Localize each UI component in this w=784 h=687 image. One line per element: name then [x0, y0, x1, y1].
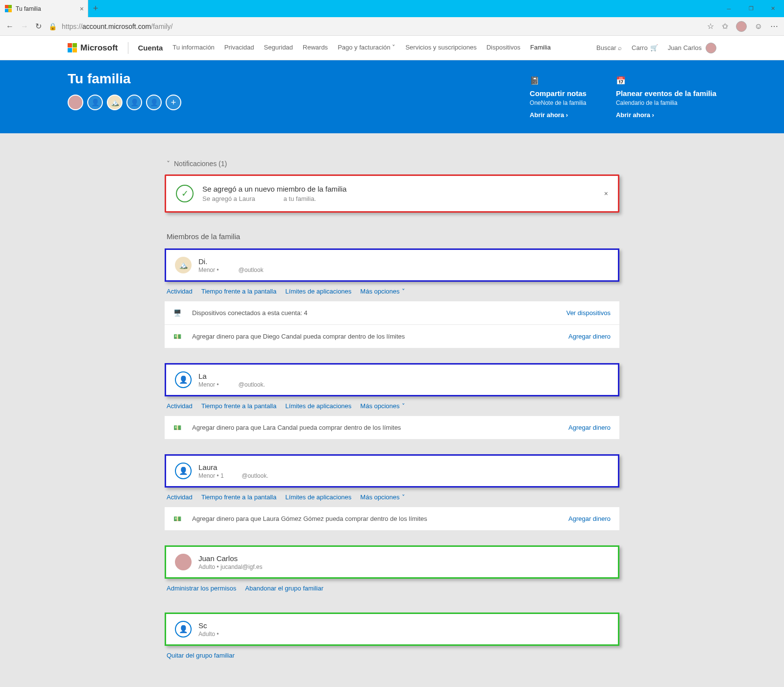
- hero-banner: Tu familia 👤 🏔️ 👤 👤 + 📓 Compartir notas …: [0, 60, 784, 133]
- money-icon: 💵: [173, 333, 183, 340]
- nav-account[interactable]: Cuenta: [138, 44, 163, 52]
- tab-title: Tu familia: [16, 5, 41, 12]
- notification-card: ✓ Se agregó a un nuevo miembro de la fam…: [165, 174, 619, 213]
- more-options-link[interactable]: Más opciones ˅: [360, 288, 405, 295]
- site-topbar: Microsoft Cuenta Tu información Privacid…: [0, 36, 784, 60]
- forward-button[interactable]: →: [21, 22, 28, 31]
- member-header[interactable]: 👤 Sc Adulto •: [165, 613, 619, 646]
- nav-security[interactable]: Seguridad: [264, 44, 293, 52]
- member-avatar[interactable]: 👤: [126, 95, 142, 110]
- screen-time-link[interactable]: Tiempo frente a la pantalla: [201, 288, 276, 295]
- browser-address-bar: ← → ↻ 🔒 https://account.microsoft.com/fa…: [0, 17, 784, 36]
- favorites-bar-icon[interactable]: ✩: [722, 22, 728, 31]
- notifications-toggle[interactable]: ˅ Notificaciones (1): [157, 153, 627, 174]
- screen-time-link[interactable]: Tiempo frente a la pantalla: [201, 402, 276, 410]
- close-window-button[interactable]: ✕: [762, 0, 784, 17]
- refresh-button[interactable]: ↻: [35, 22, 42, 31]
- chevron-down-icon: ˅: [402, 288, 405, 295]
- nav-privacy[interactable]: Privacidad: [224, 44, 254, 52]
- search-icon: ⌕: [618, 44, 622, 51]
- devices-row: 🖥️ Dispositivos conectados a esta cuenta…: [165, 301, 619, 325]
- more-options-link[interactable]: Más opciones ˅: [360, 493, 405, 501]
- nav-services[interactable]: Servicios y suscripciones: [405, 44, 476, 52]
- money-icon: 💵: [173, 424, 183, 431]
- add-member-row: + Agregar a un miembro de la familia: [157, 680, 627, 687]
- microsoft-logo[interactable]: Microsoft: [68, 43, 118, 53]
- nav-billing[interactable]: Pago y facturación ˅: [338, 44, 395, 52]
- add-money-link[interactable]: Agregar dinero: [568, 424, 611, 431]
- back-button[interactable]: ←: [6, 22, 14, 31]
- new-tab-button[interactable]: +: [88, 0, 103, 17]
- member-avatar-icon: 👤: [175, 621, 192, 638]
- member-header[interactable]: Juan Carlos Adulto • jucandal@igf.es: [165, 545, 619, 579]
- nav-family[interactable]: Familia: [530, 44, 551, 52]
- more-icon[interactable]: ⋯: [770, 22, 778, 31]
- close-notification-button[interactable]: ×: [604, 190, 608, 197]
- browser-tab[interactable]: Tu familia ×: [0, 0, 88, 17]
- manage-permissions-link[interactable]: Administrar los permisos: [167, 585, 236, 592]
- remove-from-group-link[interactable]: Quitar del grupo familiar: [167, 652, 235, 659]
- chevron-down-icon: ˅: [392, 44, 395, 51]
- cart-icon: 🛒: [650, 44, 658, 51]
- activity-link[interactable]: Actividad: [167, 493, 193, 501]
- member-card: 🏔️ Di. Menor • @outlook Actividad Tiempo…: [165, 248, 619, 348]
- activity-link[interactable]: Actividad: [167, 402, 193, 410]
- view-devices-link[interactable]: Ver dispositivos: [566, 309, 611, 317]
- members-heading: Miembros de la familia: [157, 232, 627, 248]
- close-tab-icon[interactable]: ×: [80, 5, 84, 13]
- feedback-icon[interactable]: ☺: [755, 22, 762, 31]
- add-money-link[interactable]: Agregar dinero: [568, 333, 611, 340]
- url-field[interactable]: 🔒 https://account.microsoft.com/family/: [49, 23, 700, 30]
- member-card: 👤 Laura Menor • 1 @outlook. Actividad Ti…: [165, 454, 619, 531]
- open-calendar-link[interactable]: Abrir ahora ›: [616, 111, 716, 119]
- maximize-button[interactable]: ❐: [740, 0, 762, 17]
- app-limits-link[interactable]: Límites de aplicaciones: [285, 288, 351, 295]
- search-button[interactable]: Buscar ⌕: [596, 44, 622, 51]
- money-row: 💵 Agregar dinero para que Diego Candal p…: [165, 325, 619, 348]
- lock-icon: 🔒: [49, 23, 57, 30]
- nav-devices[interactable]: Dispositivos: [487, 44, 520, 52]
- page-title: Tu familia: [68, 71, 181, 87]
- browser-titlebar: Tu familia × + ─ ❐ ✕: [0, 0, 784, 17]
- member-card: 👤 Sc Adulto • Quitar del grupo familiar: [165, 613, 619, 665]
- app-limits-link[interactable]: Límites de aplicaciones: [285, 493, 351, 501]
- open-onenote-link[interactable]: Abrir ahora ›: [530, 111, 587, 119]
- add-member-avatar[interactable]: +: [166, 95, 181, 110]
- minimize-button[interactable]: ─: [718, 0, 740, 17]
- nav-info[interactable]: Tu información: [172, 44, 215, 52]
- calendar-card: 📅 Planear eventos de la familia Calendar…: [616, 76, 716, 119]
- member-avatar-icon: 🏔️: [175, 257, 192, 273]
- money-row: 💵 Agregar dinero para que Lara Candal pu…: [165, 416, 619, 440]
- add-money-link[interactable]: Agregar dinero: [568, 515, 611, 522]
- screen-time-link[interactable]: Tiempo frente a la pantalla: [201, 493, 276, 501]
- member-card: Juan Carlos Adulto • jucandal@igf.es Adm…: [165, 545, 619, 598]
- member-header[interactable]: 🏔️ Di. Menor • @outlook: [165, 248, 619, 282]
- more-options-link[interactable]: Más opciones ˅: [360, 402, 405, 410]
- member-header[interactable]: 👤 Laura Menor • 1 @outlook.: [165, 454, 619, 488]
- calendar-icon: 📅: [616, 76, 716, 85]
- member-card: 👤 La Menor • @outlook. Actividad Tiempo …: [165, 363, 619, 440]
- onenote-card: 📓 Compartir notas OneNote de la familia …: [530, 76, 587, 119]
- member-header[interactable]: 👤 La Menor • @outlook.: [165, 363, 619, 396]
- chevron-down-icon: ˅: [402, 493, 405, 501]
- member-avatar[interactable]: 👤: [146, 95, 162, 110]
- member-avatar-icon: [175, 554, 192, 570]
- nav-rewards[interactable]: Rewards: [303, 44, 328, 52]
- leave-group-link[interactable]: Abandonar el grupo familiar: [245, 585, 323, 592]
- app-limits-link[interactable]: Límites de aplicaciones: [285, 402, 351, 410]
- devices-icon: 🖥️: [173, 309, 183, 317]
- profile-avatar-icon[interactable]: [736, 21, 747, 32]
- user-menu[interactable]: Juan Carlos: [668, 43, 716, 53]
- family-avatar-row: 👤 🏔️ 👤 👤 +: [68, 95, 181, 110]
- chevron-down-icon: ˅: [402, 402, 405, 410]
- member-avatar[interactable]: 👤: [87, 95, 103, 110]
- member-avatar[interactable]: 🏔️: [107, 95, 122, 110]
- money-icon: 💵: [173, 515, 183, 522]
- member-avatar[interactable]: [68, 95, 83, 110]
- member-avatar-icon: 👤: [175, 463, 192, 479]
- account-nav: Cuenta Tu información Privacidad Segurid…: [138, 44, 551, 52]
- activity-link[interactable]: Actividad: [167, 288, 193, 295]
- cart-button[interactable]: Carro 🛒: [632, 44, 658, 51]
- favorite-icon[interactable]: ☆: [707, 22, 714, 31]
- check-icon: ✓: [176, 185, 194, 202]
